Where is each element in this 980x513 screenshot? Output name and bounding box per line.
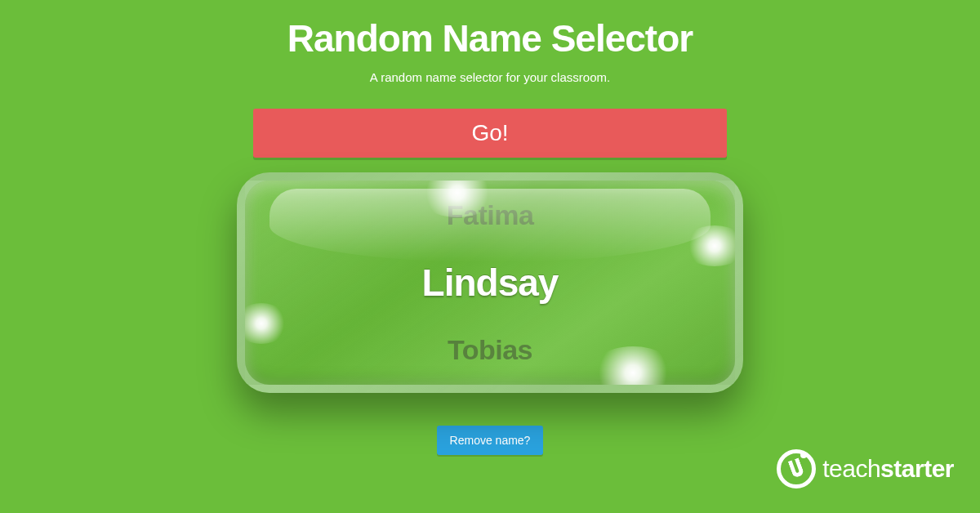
brand-name: teachstarter <box>822 455 954 483</box>
next-name: Tobias <box>448 334 532 366</box>
glare-icon <box>237 303 290 344</box>
remove-name-button[interactable]: Remove name? <box>437 426 544 455</box>
glare-icon <box>682 225 743 266</box>
glare-icon <box>588 346 678 393</box>
selected-name: Lindsay <box>422 261 559 305</box>
teachstarter-logo-icon <box>777 449 816 488</box>
name-display-panel: Fatima Lindsay Tobias <box>237 172 743 393</box>
previous-name: Fatima <box>447 199 534 231</box>
brand-logo-area: teachstarter <box>777 449 954 488</box>
page-title: Random Name Selector <box>287 16 693 60</box>
page-subtitle: A random name selector for your classroo… <box>370 70 610 84</box>
go-button[interactable]: Go! <box>253 109 727 158</box>
